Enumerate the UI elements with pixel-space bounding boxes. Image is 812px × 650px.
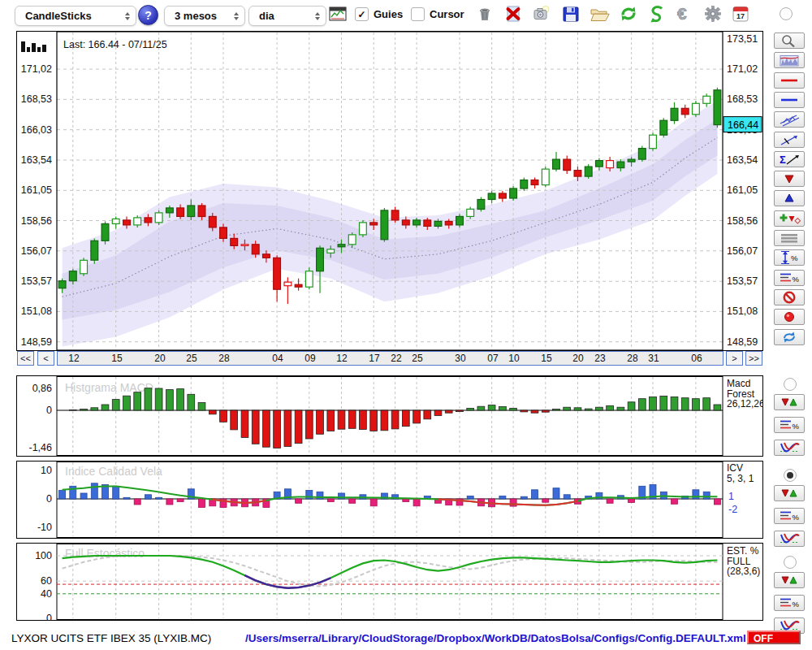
- svg-text:158,56: 158,56: [727, 215, 758, 227]
- stochastic-panel-canvas[interactable]: Full Estocástico10060400EST. %FULL(28,3,…: [16, 543, 763, 621]
- curve-tool[interactable]: [774, 440, 805, 456]
- main-chart-canvas[interactable]: 171,02171,02168,53168,53166,03166,03163,…: [16, 31, 763, 351]
- cursor-checkbox[interactable]: Cursor: [411, 7, 464, 21]
- svg-text:26,12,26: 26,12,26: [727, 398, 763, 410]
- lines-percent-tool[interactable]: %: [774, 595, 805, 611]
- chart-scrollbar[interactable]: << < 12152025280409121722253007101520232…: [16, 351, 763, 367]
- range-percent-tool[interactable]: %: [774, 249, 805, 266]
- svg-text:%: %: [793, 274, 800, 283]
- period-select[interactable]: 3 mesos: [164, 6, 245, 26]
- chart-type-value: CandleSticks: [25, 10, 92, 22]
- scroll-left-fast-button[interactable]: <<: [17, 351, 34, 366]
- lines-percent-tool[interactable]: %: [774, 270, 805, 286]
- sync-icon[interactable]: [646, 3, 668, 24]
- settings-gear-icon[interactable]: [702, 3, 724, 24]
- svg-text:148,59: 148,59: [727, 336, 758, 348]
- svg-text:166,03: 166,03: [21, 124, 52, 136]
- down-arrow-tool[interactable]: [774, 171, 805, 187]
- scroll-right-fast-button[interactable]: >>: [745, 351, 762, 366]
- svg-text:173,51: 173,51: [727, 33, 758, 45]
- svg-text:153,57: 153,57: [21, 275, 52, 287]
- save-icon[interactable]: [559, 3, 582, 24]
- date-axis-label: 09: [304, 353, 315, 364]
- trash-icon[interactable]: [473, 3, 496, 24]
- indicator-chart-tool[interactable]: [774, 52, 805, 68]
- lines-percent-tool[interactable]: %: [774, 508, 805, 524]
- timeframe-select[interactable]: dia: [248, 6, 326, 26]
- svg-text:0,86: 0,86: [32, 383, 52, 394]
- sigma-trend-tool[interactable]: Σ: [774, 151, 805, 167]
- date-axis-label: 10: [508, 353, 519, 364]
- tool-sidebar: Σ%%%%%: [768, 29, 812, 639]
- svg-text:0: 0: [46, 405, 52, 416]
- calendar-icon[interactable]: 17: [729, 3, 752, 24]
- channel-tool[interactable]: [774, 111, 805, 128]
- record-tool[interactable]: [774, 309, 805, 325]
- lines-percent-tool[interactable]: %: [774, 417, 805, 433]
- curve-tool[interactable]: [774, 531, 805, 547]
- svg-text:5, 3, 1: 5, 3, 1: [727, 473, 754, 484]
- svg-text:-10: -10: [37, 522, 52, 533]
- svg-text:%: %: [793, 422, 800, 431]
- svg-text:Last: 166.44 - 07/11/25: Last: 166.44 - 07/11/25: [63, 39, 167, 50]
- updown-arrows-tool[interactable]: [774, 394, 805, 410]
- period-value: 3 mesos: [175, 10, 217, 22]
- open-folder-icon[interactable]: [588, 3, 611, 24]
- disable-tool[interactable]: [774, 289, 805, 306]
- snapshot-icon[interactable]: [530, 3, 553, 24]
- date-axis-label: 23: [594, 353, 605, 364]
- updown-arrows-tool[interactable]: [774, 572, 805, 588]
- trendline-tool[interactable]: [774, 132, 805, 148]
- updown-arrows-tool[interactable]: [774, 485, 805, 501]
- chart-window-button[interactable]: [326, 3, 349, 24]
- guies-checkbox[interactable]: ✓ Guies: [355, 7, 403, 21]
- date-axis-label: 06: [691, 353, 702, 364]
- help-button[interactable]: ?: [138, 5, 158, 25]
- main-chart-radio[interactable]: [780, 7, 793, 20]
- icv-panel-radio[interactable]: [784, 469, 797, 482]
- svg-text:171,02: 171,02: [727, 63, 758, 75]
- svg-text:0: 0: [46, 613, 52, 621]
- svg-text:151,08: 151,08: [21, 306, 52, 317]
- signal-markers-tool[interactable]: [774, 210, 805, 227]
- chevron-updown-icon: [234, 12, 239, 20]
- svg-text:0: 0: [46, 493, 52, 505]
- svg-text:10: 10: [41, 465, 52, 476]
- off-button[interactable]: OFF: [747, 630, 801, 644]
- euro-icon[interactable]: €: [674, 3, 697, 24]
- date-axis-label: 17: [369, 353, 379, 364]
- red-line-tool[interactable]: [774, 72, 805, 89]
- refresh-icon[interactable]: [617, 3, 640, 24]
- date-axis-label: 20: [154, 353, 165, 364]
- svg-text:171,02: 171,02: [21, 63, 52, 75]
- svg-text:17: 17: [736, 12, 745, 20]
- chart-type-select[interactable]: CandleSticks: [15, 6, 136, 26]
- macd-panel-canvas[interactable]: Histgrama MACD0,860-1,46MacdForest26,12,…: [16, 375, 763, 457]
- scroll-left-button[interactable]: <: [37, 351, 54, 366]
- blue-line-tool[interactable]: [774, 92, 805, 108]
- date-axis-label: 22: [391, 353, 401, 364]
- svg-text:158,56: 158,56: [21, 215, 52, 227]
- svg-text:%: %: [793, 513, 800, 522]
- up-arrow-tool[interactable]: [774, 190, 805, 206]
- svg-text:%: %: [793, 600, 800, 609]
- svg-text:161,05: 161,05: [21, 184, 52, 196]
- macd-panel-radio[interactable]: [784, 378, 797, 391]
- date-axis-strip[interactable]: 1215202528040912172225300710152023283106: [57, 351, 723, 366]
- delete-icon[interactable]: [502, 3, 525, 24]
- icv-panel-canvas[interactable]: Indice Calidad Vela100-10ICV5, 3, 11-2: [16, 461, 763, 539]
- date-axis-label: 20: [572, 353, 583, 364]
- chevron-updown-icon: [125, 12, 130, 20]
- svg-text:100: 100: [35, 550, 52, 561]
- svg-text:-2: -2: [728, 504, 737, 515]
- stoch-panel-radio[interactable]: [784, 556, 797, 569]
- svg-text:151,08: 151,08: [727, 306, 758, 317]
- svg-text:166,44: 166,44: [728, 119, 758, 131]
- zoom-tool[interactable]: [774, 32, 805, 49]
- levels-tool[interactable]: [774, 230, 805, 246]
- date-axis-label: 07: [487, 353, 498, 364]
- svg-text:1: 1: [728, 491, 734, 502]
- scroll-right-button[interactable]: >: [726, 351, 743, 366]
- refresh-chart-tool[interactable]: [774, 329, 805, 345]
- svg-text:Full Estocástico: Full Estocástico: [65, 547, 145, 560]
